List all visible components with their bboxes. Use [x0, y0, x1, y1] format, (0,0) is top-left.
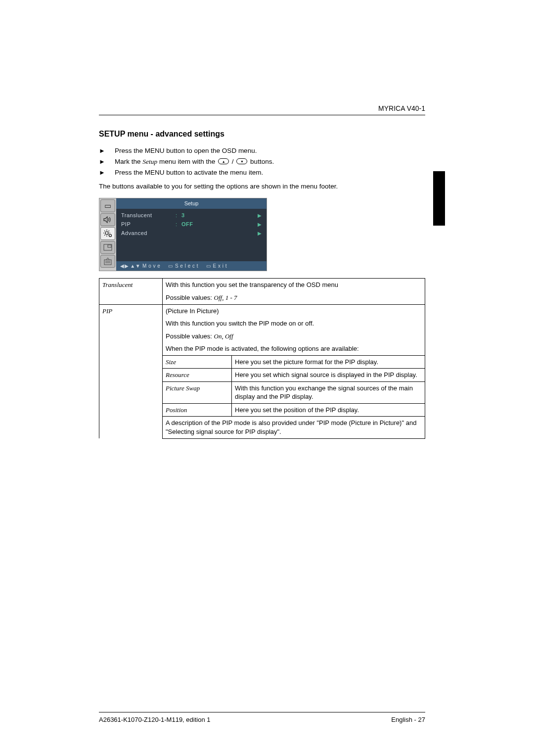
sub-name: Picture Swap — [163, 381, 232, 403]
arrows-icon: ◀▶ ▲▼ — [120, 263, 140, 270]
osd-row-label: Translucent — [121, 212, 176, 219]
sub-desc: Here you set which signal source is disp… — [232, 369, 425, 382]
chevron-right-icon: ▶ — [258, 221, 262, 228]
osd-hint-move: ◀▶ ▲▼ M o v e — [120, 263, 160, 270]
up-button-icon: ▲ — [218, 158, 229, 164]
osd-row-label: PIP — [121, 221, 176, 228]
osd-row: Translucent : 3 ▶ — [121, 211, 262, 220]
header-rule — [99, 115, 425, 115]
down-button-icon: ▼ — [236, 158, 247, 164]
osd-hint-label: E x i t — [213, 263, 227, 270]
step-text: Mark the Setup menu item with the ▲ / ▼ … — [115, 157, 425, 166]
osd-rows: Translucent : 3 ▶ PIP : OFF ▶ Advanced — [116, 209, 267, 261]
step-list: ► Press the MENU button to open the OSD … — [99, 146, 425, 178]
param-name: PIP — [99, 304, 163, 438]
table-row: PIP (Picture In Picture) — [99, 304, 425, 317]
marker-arrow-icon: ► — [99, 168, 107, 177]
param-values: Possible values: On, Off — [163, 330, 425, 343]
settings-table: Translucent With this function you set t… — [99, 278, 425, 438]
svg-point-1 — [109, 235, 112, 237]
sub-name: Size — [163, 355, 232, 369]
values-prefix: Possible values: — [166, 294, 214, 301]
step-text: Press the MENU button to activate the me… — [115, 168, 425, 177]
setup-icon — [100, 227, 115, 240]
page: MYRICA V40-1 SETUP menu - advanced setti… — [0, 0, 534, 756]
empty-cell — [99, 291, 163, 304]
osd-hint-label: S e l e c t — [175, 263, 198, 270]
doc-id: A26361-K1070-Z120-1-M119, edition 1 — [99, 715, 210, 724]
chapter-tab — [433, 171, 445, 226]
product-title: MYRICA V40-1 — [378, 104, 425, 113]
page-number: English - 27 — [391, 715, 425, 724]
note-text: The buttons available to you for setting… — [99, 182, 425, 191]
marker-arrow-icon: ► — [99, 157, 107, 166]
osd-row: Advanced ▶ — [121, 229, 262, 237]
osd-title: Setup — [116, 198, 267, 209]
list-item: ► Mark the Setup menu item with the ▲ / … — [99, 157, 425, 166]
step-text: Press the MENU button to open the OSD me… — [115, 146, 425, 155]
table-row: Possible values: Off, 1 - 7 — [99, 291, 425, 304]
colon: : — [176, 221, 181, 228]
osd-row-value: 3 — [181, 212, 216, 219]
sub-name: Resource — [163, 369, 232, 382]
section-heading: SETUP menu - advanced settings — [99, 129, 425, 140]
svg-rect-4 — [104, 260, 111, 265]
sub-desc: Here you set the picture format for the … — [232, 355, 425, 369]
values-prefix: Possible values: — [166, 332, 214, 340]
exit-icon: ▭ — [206, 263, 211, 270]
param-footnote: A description of the PIP mode is also pr… — [163, 417, 425, 438]
param-name: Translucent — [99, 279, 163, 291]
sound-icon — [100, 213, 115, 226]
param-values: Possible values: Off, 1 - 7 — [163, 291, 425, 304]
param-line: When the PIP mode is activated, the foll… — [163, 342, 425, 355]
osd-hint-select: ▭ S e l e c t — [168, 263, 198, 270]
footer-rule — [99, 712, 425, 712]
osd-screenshot: ▭ Setup Translucent — [99, 198, 267, 271]
param-line: With this function you switch the PIP mo… — [163, 317, 425, 330]
osd-body: Setup Translucent : 3 ▶ PIP : OFF ▶ — [116, 198, 267, 271]
svg-rect-3 — [108, 245, 111, 247]
chevron-right-icon: ▶ — [258, 212, 262, 219]
select-icon: ▭ — [168, 263, 173, 270]
list-item: ► Press the MENU button to open the OSD … — [99, 146, 425, 155]
values-text: On, Off — [214, 332, 233, 340]
picture-icon: ▭ — [100, 199, 115, 212]
list-item: ► Press the MENU button to activate the … — [99, 168, 425, 177]
pip-icon — [100, 241, 115, 254]
chevron-right-icon: ▶ — [258, 230, 262, 237]
values-text: Off, 1 - 7 — [214, 294, 237, 301]
osd-footer: ◀▶ ▲▼ M o v e ▭ S e l e c t ▭ E x i t — [116, 261, 267, 271]
osd-hint-exit: ▭ E x i t — [206, 263, 227, 270]
svg-point-0 — [105, 232, 108, 235]
osd-hint-label: M o v e — [142, 263, 160, 270]
table-row: Translucent With this function you set t… — [99, 279, 425, 291]
osd-row: PIP : OFF ▶ — [121, 220, 262, 229]
param-line: (Picture In Picture) — [163, 304, 425, 317]
osd-row-value: OFF — [181, 221, 216, 228]
osd-icon-column: ▭ — [99, 198, 116, 271]
channel-icon — [100, 255, 115, 268]
content: SETUP menu - advanced settings ► Press t… — [99, 129, 425, 439]
sub-desc: Here you set the position of the PIP dis… — [232, 403, 425, 417]
page-footer: A26361-K1070-Z120-1-M119, edition 1 Engl… — [99, 715, 425, 724]
osd-row-label: Advanced — [121, 230, 176, 237]
inline-setup-italic: Setup — [142, 158, 157, 165]
sub-name: Position — [163, 403, 232, 417]
colon: : — [176, 212, 181, 219]
param-desc: With this function you set the transpare… — [163, 279, 425, 291]
marker-arrow-icon: ► — [99, 146, 107, 155]
sub-desc: With this function you exchange the sign… — [232, 381, 425, 403]
